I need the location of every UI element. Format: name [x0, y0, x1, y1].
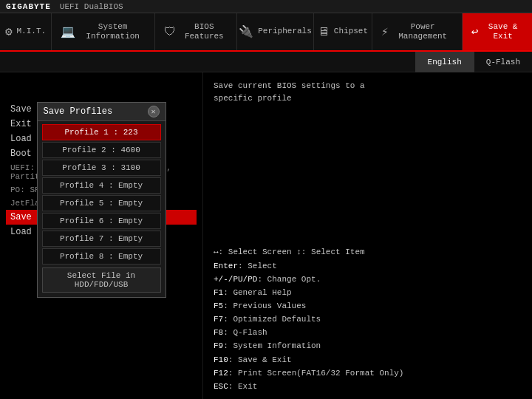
help-desc: : Previous Values	[223, 301, 306, 310]
nav-label-mit: M.I.T.	[17, 27, 47, 36]
help-desc: : Print Screen(FAT16/32 Format Only)	[228, 369, 404, 378]
help-row: F8: Q-Flash	[214, 326, 532, 339]
profile-item-p1[interactable]: Profile 1 : 223	[42, 124, 161, 140]
brand-logo: GIGABYTE	[6, 2, 51, 11]
nav-icon-power: ⚡	[381, 24, 389, 39]
nav-icon-system-info: 💻	[61, 24, 75, 39]
nav-icon-chipset: 🖥	[318, 25, 330, 39]
dual-bios-label: UEFI DualBIOS	[60, 2, 123, 11]
help-row: F7: Optimized Defaults	[214, 313, 532, 326]
help-row: ↔: Select Screen ↕: Select Item	[214, 245, 532, 259]
nav-label-peripherals: Peripherals	[258, 27, 312, 36]
help-section: ↔: Select Screen ↕: Select ItemEnter: Se…	[214, 245, 532, 393]
help-key: F8	[214, 328, 223, 337]
nav-icon-bios-features: 🛡	[164, 25, 176, 39]
help-key: F12	[214, 369, 228, 378]
profile-item-p6[interactable]: Profile 6 : Empty	[42, 213, 161, 229]
nav-label-chipset: Chipset	[334, 27, 368, 36]
nav-label-save-exit: Save & Exit	[482, 22, 523, 41]
left-panel: Save & Exit SetupExit Without SavingLoad…	[0, 72, 203, 399]
help-desc: : Select	[238, 262, 277, 270]
help-desc: : Exit	[228, 382, 258, 391]
help-desc: : Change Opt.	[257, 275, 321, 284]
help-key: F5	[214, 301, 223, 310]
lang-english-button[interactable]: English	[415, 52, 474, 72]
profile-item-p8[interactable]: Profile 8 : Empty	[42, 248, 161, 265]
help-desc: : Q-Flash	[223, 328, 267, 337]
help-row: F9: System Information	[214, 339, 532, 352]
nav-label-power: Power Management	[393, 22, 453, 41]
right-panel: Save current BIOS settings to a specific…	[203, 72, 532, 399]
dialog-title-bar: Save Profiles ✕	[38, 103, 166, 121]
nav-label-system-info: System Information	[80, 22, 146, 41]
help-desc: : Optimized Defaults	[223, 315, 321, 324]
help-row: ESC: Exit	[214, 380, 532, 393]
nav-item-peripherals[interactable]: 🔌 Peripherals	[237, 13, 314, 50]
nav-icon-save-exit: ↩	[471, 24, 479, 39]
help-key: +/-/PU/PD	[214, 275, 257, 284]
help-row: Enter: Select	[214, 259, 532, 273]
dialog-overlay: Save Profiles ✕ Profile 1 : 223Profile 2…	[0, 72, 202, 399]
nav-item-system-info[interactable]: 💻 System Information	[52, 13, 155, 50]
help-desc: : General Help	[223, 288, 291, 297]
profile-item-p7[interactable]: Profile 7 : Empty	[42, 231, 161, 247]
desc-line1: Save current BIOS settings to a	[214, 81, 365, 90]
help-row: F10: Save & Exit	[214, 353, 532, 366]
nav-icon-peripherals: 🔌	[239, 24, 253, 39]
nav-icon-mit: ⚙	[5, 24, 13, 39]
nav-label-bios-features: BIOS Features	[180, 22, 228, 41]
help-row: F12: Print Screen(FAT16/32 Format Only)	[214, 366, 532, 380]
nav-bar: ⚙ M.I.T.💻 System Information🛡 BIOS Featu…	[0, 13, 532, 52]
help-row: +/-/PU/PD: Change Opt.	[214, 273, 532, 286]
profile-item-p2[interactable]: Profile 2 : 4600	[42, 142, 161, 158]
help-row: F5: Previous Values	[214, 299, 532, 313]
help-desc: : Save & Exit	[228, 355, 292, 364]
help-key: F9	[214, 341, 223, 350]
select-file-button[interactable]: Select File in HDD/FDD/USB	[42, 267, 161, 293]
help-key: ESC	[214, 382, 228, 391]
nav-item-power[interactable]: ⚡ Power Management	[372, 13, 463, 50]
nav-item-save-exit[interactable]: ↩ Save & Exit	[463, 13, 532, 50]
save-profiles-dialog: Save Profiles ✕ Profile 1 : 223Profile 2…	[37, 102, 166, 298]
lang-bar: English Q-Flash	[0, 52, 532, 72]
main-content: Save & Exit SetupExit Without SavingLoad…	[0, 72, 532, 399]
top-bar: GIGABYTE UEFI DualBIOS	[0, 0, 532, 13]
help-key: ↔	[214, 248, 219, 256]
desc-line2: specific profile	[214, 94, 292, 103]
help-desc: : Select Screen ↕: Select Item	[219, 248, 365, 256]
nav-item-mit[interactable]: ⚙ M.I.T.	[0, 13, 52, 50]
profile-item-p4[interactable]: Profile 4 : Empty	[42, 177, 161, 194]
help-row: F1: General Help	[214, 286, 532, 299]
nav-item-chipset[interactable]: 🖥 Chipset	[314, 13, 372, 50]
qflash-button[interactable]: Q-Flash	[474, 52, 532, 72]
help-key: F10	[214, 355, 228, 364]
help-desc: : System Information	[223, 341, 321, 350]
dialog-title: Save Profiles	[44, 106, 113, 117]
help-key: F7	[214, 315, 223, 324]
profile-item-p3[interactable]: Profile 3 : 3100	[42, 160, 161, 176]
help-key: Enter	[214, 262, 238, 270]
dialog-close-button[interactable]: ✕	[148, 106, 160, 117]
profile-item-p5[interactable]: Profile 5 : Empty	[42, 195, 161, 211]
right-description: Save current BIOS settings to a specific…	[214, 80, 522, 104]
help-key: F1	[214, 288, 223, 297]
nav-item-bios-features[interactable]: 🛡 BIOS Features	[155, 13, 237, 50]
